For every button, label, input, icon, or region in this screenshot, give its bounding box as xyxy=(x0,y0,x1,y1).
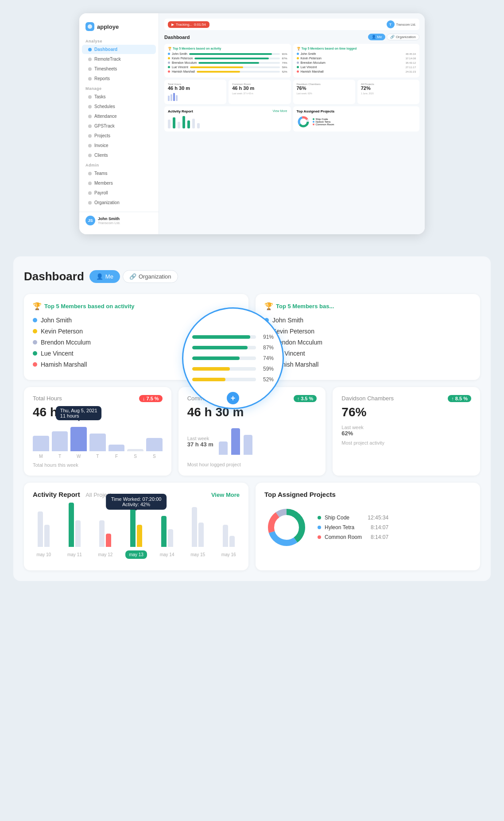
screenshot-card: apploye Analyse Dashboard RemoteTrack Ti… xyxy=(79,13,425,234)
common-room-last-week: Last week 37 h 43 m xyxy=(187,436,213,448)
mini-member-row: John Smith 48:45:34 xyxy=(297,52,416,55)
mini-user-info: John Smith Transcom Ltd. xyxy=(98,217,120,225)
mini-davidson: Davidson Chambers 76% Last week: 62% xyxy=(293,80,355,104)
mini-nav-dot xyxy=(88,172,92,175)
tab-organization[interactable]: 🔗 Organization xyxy=(123,270,178,283)
mini-sidebar: apploye Analyse Dashboard RemoteTrack Ti… xyxy=(79,13,159,234)
activity-title-group: Activity Report All Projects xyxy=(33,491,114,499)
mini-tabs: 👤 Me 🔗 Organization xyxy=(368,34,419,40)
mini-nav-timesheets[interactable]: Timesheets xyxy=(82,64,156,74)
mini-top5-time: 🏆 Top 5 Members based on time logged Joh… xyxy=(293,44,420,77)
hours-chart: Thu, Aug 5, 2021 11 hours xyxy=(33,425,163,451)
tab-group: 👤 Me 🔗 Organization xyxy=(89,270,178,283)
top5-activity-card: 🏆 Top 5 Members based on activity John S… xyxy=(24,294,248,380)
mini-tab-org[interactable]: 🔗 Organization xyxy=(387,34,419,40)
mini-member-row: Hamish Marshall 52% xyxy=(168,70,287,73)
activity-col-may15: may 15 xyxy=(187,507,209,559)
top-projects-card: Top Assigned Projects xyxy=(256,483,480,570)
legend-dot xyxy=(318,516,321,519)
bar-track xyxy=(192,367,256,371)
room-bar-1 xyxy=(219,441,228,455)
mini-activity-report: Activity Report View More xyxy=(164,106,291,132)
mini-nav-dot xyxy=(88,115,92,118)
legend-hyleon: Hyleon Tetra 8:14:07 xyxy=(318,524,388,531)
mini-tab-me[interactable]: 👤 Me xyxy=(368,34,385,40)
mini-company-info: T Transcom Ltd. xyxy=(387,20,416,28)
mini-member-row: Brendon Mcculum 35:43:12 xyxy=(297,61,416,64)
member-dot xyxy=(33,340,37,345)
activity-tooltip: Time Worked: 07:20:00 Activity: 42% xyxy=(106,494,167,510)
tab-me[interactable]: 👤 Me xyxy=(89,270,120,283)
mini-nav-dot xyxy=(88,191,92,195)
mini-stats-row: Total Hours 46 h 30 m Common Room 46 h 3… xyxy=(164,80,419,104)
mini-nav-teams[interactable]: Teams xyxy=(82,169,156,178)
mini-member-row: Hamish Marshall 24:31:23 xyxy=(297,70,416,73)
legend-ship-code: Ship Code 12:45:34 xyxy=(318,515,388,521)
mini-nav-dot xyxy=(88,58,92,61)
mini-cards-grid: 🏆 Top 5 Members based on activity John S… xyxy=(164,44,419,77)
mini-nav-schedules[interactable]: Schedules xyxy=(82,102,156,111)
zoom-plus-icon[interactable]: + xyxy=(227,392,239,404)
mini-nav-dot xyxy=(88,154,92,157)
bar-row: 91% xyxy=(192,334,274,340)
hours-bar-S2 xyxy=(146,438,163,451)
mini-bar-track xyxy=(194,58,280,59)
trophy-icon: 🏆 xyxy=(33,302,42,310)
mini-member-dot xyxy=(168,57,170,59)
svg-point-10 xyxy=(277,518,296,537)
mini-member-row: Kevin Peterson 37:14:08 xyxy=(297,57,416,60)
project-legend: Ship Code 12:45:34 Hyleon Tetra 8:14:07 … xyxy=(318,515,388,540)
dashboard-header: Dashboard 👤 Me 🔗 Organization xyxy=(24,270,480,283)
davidson-header: Davidson Chambers ↑ 8.5 % xyxy=(341,395,471,403)
mini-bottom-section: Activity Report View More Top Assigned P… xyxy=(164,106,419,132)
mini-nav-attendance[interactable]: Attendance xyxy=(82,112,156,121)
mini-member-row: Lue Vincent 27:11:17 xyxy=(297,66,416,69)
mini-nav-dot xyxy=(88,144,92,147)
mini-nav-gpstrack[interactable]: GPSTrack xyxy=(82,121,156,131)
davidson-card: Davidson Chambers ↑ 8.5 % 76% Last week … xyxy=(333,387,480,476)
mini-member-dot xyxy=(168,66,170,68)
mini-nav-tasks[interactable]: Tasks xyxy=(82,92,156,101)
mini-dash-header: Dashboard 👤 Me 🔗 Organization xyxy=(164,34,419,40)
bar-row: 74% xyxy=(192,355,274,361)
activity-col-may13: Time Worked: 07:20:00 Activity: 42% may … xyxy=(125,498,147,559)
mini-donut xyxy=(297,115,310,128)
member-dot xyxy=(33,362,37,367)
mini-nav-invoice[interactable]: Invoice xyxy=(82,141,156,150)
member-dot xyxy=(33,351,37,356)
bar-row: 87% xyxy=(192,345,274,351)
mini-nav-dot xyxy=(88,77,92,81)
mini-nav-organization[interactable]: Organization xyxy=(82,198,156,207)
mini-bar-track xyxy=(198,62,280,64)
mini-bar-track xyxy=(189,53,280,55)
mini-nav-clients[interactable]: Clients xyxy=(82,151,156,160)
top5-activity-title: 🏆 Top 5 Members based on activity xyxy=(33,302,240,310)
mini-nav-members[interactable]: Members xyxy=(82,178,156,188)
trophy-icon: 🏆 xyxy=(264,302,273,310)
hours-bar-M xyxy=(33,436,49,451)
activity-chart: may 10 may 11 may 12 xyxy=(33,506,240,559)
total-hours-header: Total Hours ↓ 7.5 % xyxy=(33,395,163,403)
hours-chart-wrapper: Thu, Aug 5, 2021 11 hours M T W T F S xyxy=(33,425,163,459)
total-hours-card: Total Hours ↓ 7.5 % 46 h 30 m Thu, Aug 5… xyxy=(24,387,171,476)
mini-nav-payroll[interactable]: Payroll xyxy=(82,188,156,198)
mini-nav-dot xyxy=(88,182,92,185)
mini-logo: apploye xyxy=(79,19,159,36)
mini-nav-dashboard[interactable]: Dashboard xyxy=(82,45,156,54)
view-more-button[interactable]: View More xyxy=(211,492,240,498)
mini-nav-projects[interactable]: Projects xyxy=(82,131,156,140)
bar-track xyxy=(192,346,256,349)
room-bar-3 xyxy=(244,435,252,455)
davidson-value: 76% xyxy=(341,405,471,419)
member-time-john: John Smith xyxy=(264,317,471,324)
common-room-content: Last week 37 h 43 m xyxy=(187,425,317,458)
bar-track xyxy=(192,356,256,360)
mini-top-projects: Top Assigned Projects Ship Code Hyleon T… xyxy=(293,106,420,132)
org-icon: 🔗 xyxy=(129,273,136,280)
mini-nav-reports[interactable]: Reports xyxy=(82,74,156,83)
mini-nav-remotetrack[interactable]: RemoteTrack xyxy=(82,54,156,64)
hours-bar-W: Thu, Aug 5, 2021 11 hours xyxy=(70,427,87,451)
hours-tooltip: Thu, Aug 5, 2021 11 hours xyxy=(56,406,102,420)
activity-report-card: Activity Report All Projects View More m… xyxy=(24,483,248,570)
mini-member-row: Kevin Peterson 87% xyxy=(168,57,287,60)
